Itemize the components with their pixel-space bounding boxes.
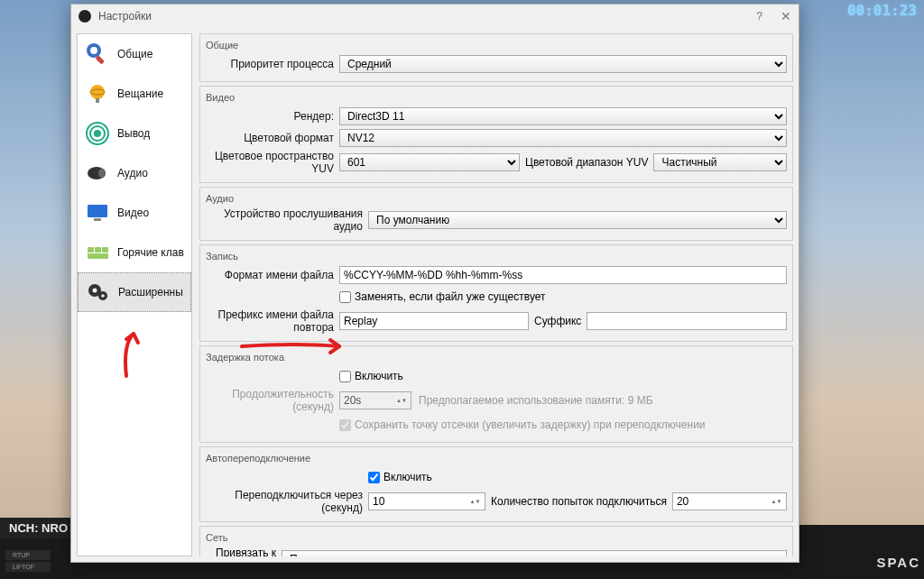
help-button[interactable]: ?	[756, 10, 762, 23]
fname-input[interactable]	[339, 266, 787, 284]
svg-rect-10	[88, 205, 107, 217]
sidebar-item-advanced[interactable]: Расширенны	[78, 272, 191, 312]
settings-window: Настройки ? ✕ Общие Вещание Вывод	[70, 4, 799, 563]
keyboard-icon	[81, 236, 114, 269]
timer: 00:01:23	[847, 2, 917, 19]
svg-rect-13	[95, 247, 101, 253]
audio-device-select[interactable]: По умолчанию	[368, 211, 787, 229]
window-title: Настройки	[98, 10, 756, 23]
svg-point-0	[88, 45, 99, 56]
colorspace-select[interactable]: 601	[339, 153, 520, 171]
svg-rect-14	[102, 247, 108, 253]
svg-point-19	[101, 294, 105, 298]
group-title: Автопереподключение	[206, 453, 787, 464]
group-general: Общие Приоритет процесса Средний	[199, 33, 793, 82]
bind-select[interactable]: По умолчанию	[282, 550, 787, 556]
group-title: Задержка потока	[206, 352, 787, 363]
overwrite-check[interactable]: Заменять, если файл уже существует	[339, 290, 546, 303]
duration-spin: ▲▼	[339, 391, 411, 409]
reconnect-delay-label: Переподключиться через (секунд)	[206, 489, 368, 514]
brand-text: SPAC	[876, 555, 920, 570]
colorfmt-select[interactable]: NV12	[339, 129, 787, 147]
group-stream-delay: Задержка потока Включить Продолжительнос…	[199, 345, 793, 443]
group-title: Видео	[206, 92, 787, 103]
wrench-icon	[81, 38, 114, 70]
svg-point-5	[94, 130, 101, 137]
suffix-input[interactable]	[587, 312, 787, 330]
preserve-check: Сохранить точку отсечки (увеличить задер…	[339, 418, 706, 431]
mission-label: NCH: NRO	[0, 518, 77, 538]
globe-icon	[81, 78, 114, 110]
group-reconnect: Автопереподключение Включить Переподключ…	[199, 446, 793, 522]
app-icon	[79, 10, 91, 23]
render-label: Рендер:	[206, 110, 339, 123]
main-panel: Общие Приоритет процесса Средний Видео Р…	[192, 33, 793, 556]
group-title: Общие	[206, 40, 787, 51]
reconnect-enable-check[interactable]: Включить	[368, 471, 432, 483]
mem-estimate: Предполагаемое использование памяти: 9 М…	[419, 394, 653, 407]
colorrange-label: Цветовой диапазон YUV	[525, 156, 648, 169]
speaker-icon	[81, 157, 114, 189]
group-recording: Запись Формат имени файла Заменять, если…	[199, 244, 793, 342]
sidebar-item-output[interactable]: Вывод	[78, 114, 191, 153]
fname-label: Формат имени файла	[206, 269, 339, 281]
monitor-icon	[81, 197, 114, 229]
duration-label: Продолжительность (секунд)	[206, 388, 339, 413]
priority-select[interactable]: Средний	[339, 55, 787, 73]
group-video: Видео Рендер: Direct3D 11 Цветовой форма…	[199, 86, 793, 183]
sidebar-item-general[interactable]: Общие	[78, 34, 191, 74]
svg-rect-12	[88, 247, 94, 253]
prefix-input[interactable]	[339, 312, 529, 330]
titlebar[interactable]: Настройки ? ✕	[71, 5, 799, 28]
prefix-label: Префикс имени файла повтора	[206, 308, 339, 334]
close-button[interactable]: ✕	[781, 9, 791, 23]
audio-device-label: Устройство прослушивания аудио	[206, 207, 368, 233]
svg-rect-15	[88, 253, 108, 259]
sidebar-item-hotkeys[interactable]: Горячие клав	[78, 233, 191, 272]
bind-label: Привязать к IP	[206, 547, 282, 556]
sidebar-label: Аудио	[117, 167, 148, 179]
sidebar: Общие Вещание Вывод Аудио	[77, 33, 192, 556]
group-network: Сеть Привязать к IP По умолчанию Включит…	[199, 526, 793, 556]
sidebar-label: Видео	[117, 207, 149, 219]
colorrange-select[interactable]: Частичный	[653, 153, 787, 171]
retries-spin[interactable]: ▲▼	[672, 492, 787, 510]
colorfmt-label: Цветовой формат	[206, 132, 339, 144]
sidebar-item-video[interactable]: Видео	[78, 193, 191, 233]
svg-point-9	[98, 169, 106, 178]
svg-rect-4	[96, 98, 99, 103]
svg-point-17	[93, 289, 97, 293]
reconnect-delay-spin[interactable]: ▲▼	[368, 492, 485, 510]
suffix-label: Суффикс	[534, 315, 581, 327]
signal-icon	[81, 117, 114, 150]
colorspace-label: Цветовое пространство YUV	[206, 150, 339, 175]
sidebar-item-audio[interactable]: Аудио	[78, 153, 191, 193]
sidebar-label: Вещание	[117, 87, 163, 100]
sidebar-label: Вывод	[117, 127, 150, 140]
retries-label: Количество попыток подключиться	[491, 495, 667, 508]
sidebar-label: Горячие клав	[117, 246, 184, 259]
group-audio: Аудио Устройство прослушивания аудио По …	[199, 187, 793, 241]
svg-rect-11	[94, 218, 101, 221]
sidebar-label: Общие	[117, 48, 152, 60]
delay-enable-check[interactable]: Включить	[339, 370, 403, 382]
sidebar-item-stream[interactable]: Вещание	[78, 74, 191, 114]
bg-btn-liftof: LIFTOF	[5, 562, 51, 572]
group-title: Запись	[206, 251, 787, 262]
gears-icon	[82, 276, 115, 308]
priority-label: Приоритет процесса	[206, 58, 339, 70]
sidebar-label: Расширенны	[118, 286, 183, 299]
svg-point-2	[90, 85, 105, 99]
bg-btn-rtup: RTUP	[5, 550, 51, 560]
group-title: Сеть	[206, 532, 787, 543]
group-title: Аудио	[206, 193, 787, 204]
render-select[interactable]: Direct3D 11	[339, 107, 787, 125]
